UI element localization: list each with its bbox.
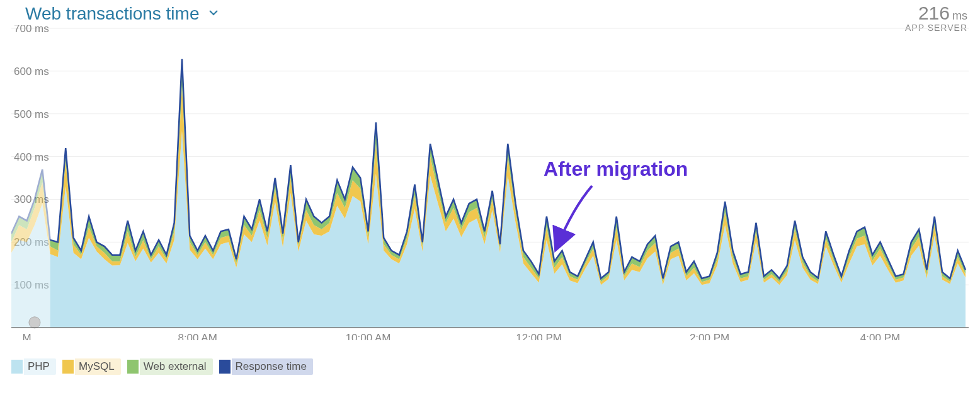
- chart-title: Web transactions time: [25, 4, 200, 24]
- svg-text:M: M: [23, 332, 31, 340]
- svg-text:400 ms: 400 ms: [14, 151, 49, 163]
- legend-label-response: Response time: [232, 358, 313, 375]
- svg-point-14: [29, 317, 40, 328]
- transactions-chart[interactable]: 100 ms200 ms300 ms400 ms500 ms600 ms700 …: [11, 25, 969, 340]
- legend-item-web[interactable]: Web external: [127, 358, 213, 375]
- svg-text:500 ms: 500 ms: [14, 108, 49, 120]
- legend-item-response[interactable]: Response time: [219, 358, 313, 375]
- stat-unit: ms: [952, 9, 967, 22]
- swatch-response: [219, 360, 231, 374]
- svg-text:2:00 PM: 2:00 PM: [690, 332, 729, 340]
- stat-value: 216: [918, 3, 950, 23]
- chart-title-dropdown[interactable]: Web transactions time: [25, 4, 219, 24]
- legend-item-mysql[interactable]: MySQL: [62, 358, 121, 375]
- swatch-web: [127, 360, 139, 374]
- svg-text:12:00 PM: 12:00 PM: [516, 332, 562, 340]
- legend-label-web: Web external: [140, 358, 213, 375]
- svg-text:700 ms: 700 ms: [14, 25, 49, 35]
- legend: PHP MySQL Web external Response time: [11, 358, 313, 375]
- svg-text:10:00 AM: 10:00 AM: [346, 332, 391, 340]
- legend-label-php: PHP: [24, 358, 56, 375]
- svg-text:8:00 AM: 8:00 AM: [178, 332, 217, 340]
- swatch-mysql: [62, 360, 74, 374]
- legend-label-mysql: MySQL: [75, 358, 121, 375]
- svg-text:4:00 PM: 4:00 PM: [860, 332, 900, 340]
- svg-text:600 ms: 600 ms: [14, 66, 49, 77]
- annotation-arrow-icon: [548, 183, 605, 258]
- annotation-after-migration: After migration: [544, 157, 688, 181]
- chevron-down-icon: [208, 8, 219, 20]
- legend-item-php[interactable]: PHP: [11, 358, 56, 375]
- swatch-php: [11, 360, 23, 374]
